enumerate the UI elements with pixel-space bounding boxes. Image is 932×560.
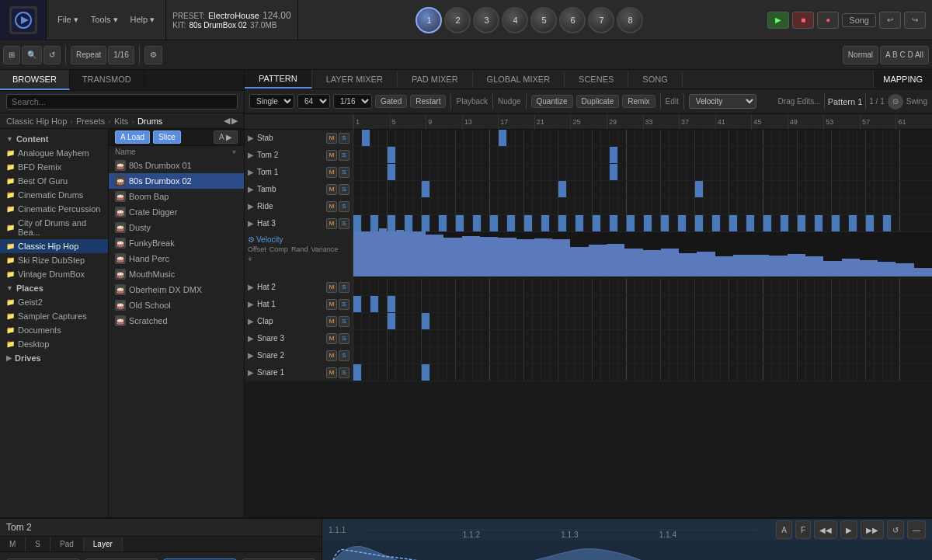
seq-cell-11-2[interactable] (370, 364, 379, 381)
seq-cell-11-63[interactable] (892, 364, 900, 381)
seq-cell-0-53[interactable] (806, 130, 815, 146)
seq-cell-0-31[interactable] (618, 130, 627, 146)
seq-cell-10-54[interactable] (815, 347, 823, 363)
seq-cell-6-15[interactable] (482, 279, 490, 295)
seq-cell-3-54[interactable] (815, 181, 823, 197)
seq-cell-11-3[interactable] (379, 364, 388, 381)
seq-cell-11-10[interactable] (439, 364, 447, 381)
seq-cell-3-55[interactable] (823, 181, 832, 197)
vel-add[interactable]: + (248, 255, 350, 263)
slice-btn[interactable]: Slice (153, 130, 181, 144)
seq-cell-5-59[interactable] (857, 215, 866, 231)
seq-cell-10-37[interactable] (669, 347, 678, 363)
seq-cell-0-15[interactable] (482, 130, 490, 146)
seq-cell-3-29[interactable] (601, 181, 610, 197)
seq-cell-0-43[interactable] (721, 130, 729, 146)
seq-cell-4-43[interactable] (721, 198, 729, 214)
seq-cell-3-28[interactable] (593, 181, 601, 197)
seq-cell-11-1[interactable] (362, 364, 370, 381)
seq-cell-4-8[interactable] (422, 198, 430, 214)
seq-cell-8-49[interactable] (772, 313, 781, 329)
seq-cell-5-56[interactable] (832, 215, 840, 231)
seq-cell-10-43[interactable] (721, 347, 729, 363)
seq-cell-7-47[interactable] (755, 296, 763, 312)
seq-cell-0-63[interactable] (892, 130, 900, 146)
seq-cell-0-35[interactable] (652, 130, 661, 146)
seq-cell-0-30[interactable] (610, 130, 618, 146)
seq-cell-6-12[interactable] (456, 279, 464, 295)
seq-cell-9-24[interactable] (558, 330, 567, 346)
seq-cell-1-63[interactable] (892, 147, 900, 163)
seq-cell-5-13[interactable] (464, 215, 473, 231)
seq-cell-10-30[interactable] (610, 347, 618, 363)
vel-bar-22[interactable] (751, 255, 769, 277)
seq-cell-8-28[interactable] (593, 313, 601, 329)
seq-cell-1-54[interactable] (815, 147, 823, 163)
seq-cell-2-24[interactable] (558, 164, 567, 180)
seq-cell-5-57[interactable] (840, 215, 849, 231)
length-select[interactable]: 1/16 1/8 1/4 (333, 94, 372, 109)
seq-cell-0-50[interactable] (781, 130, 789, 146)
track-s-5[interactable]: S (339, 218, 350, 229)
track-s-7[interactable]: S (339, 299, 350, 310)
seq-cell-4-27[interactable] (584, 198, 593, 214)
vel-bar-8[interactable] (498, 238, 516, 277)
seq-cell-7-12[interactable] (456, 296, 464, 312)
seq-cell-8-21[interactable] (533, 313, 541, 329)
seq-cell-3-23[interactable] (550, 181, 558, 197)
seq-cell-5-54[interactable] (815, 215, 823, 231)
seq-cell-4-25[interactable] (567, 198, 576, 214)
seq-cell-10-24[interactable] (558, 347, 567, 363)
seq-cell-11-52[interactable] (798, 364, 806, 381)
seq-cell-10-4[interactable] (388, 347, 396, 363)
seq-cell-11-7[interactable] (413, 364, 422, 381)
seq-cell-6-57[interactable] (840, 279, 849, 295)
seq-cell-11-8[interactable] (422, 364, 430, 381)
vel-bar-4[interactable] (426, 235, 443, 277)
seq-cell-6-21[interactable] (533, 279, 541, 295)
seq-cell-2-51[interactable] (789, 164, 798, 180)
seq-cell-3-15[interactable] (482, 181, 490, 197)
seq-cell-7-52[interactable] (798, 296, 806, 312)
seq-cell-2-14[interactable] (473, 164, 482, 180)
seq-cell-5-21[interactable] (533, 215, 541, 231)
seq-cell-9-61[interactable] (875, 330, 883, 346)
seq-cell-3-7[interactable] (413, 181, 422, 197)
seq-cell-2-34[interactable] (644, 164, 652, 180)
seq-cell-11-6[interactable] (405, 364, 413, 381)
vel-bar-10[interactable] (534, 238, 552, 277)
seq-cell-2-39[interactable] (687, 164, 695, 180)
seq-cell-2-21[interactable] (533, 164, 541, 180)
seq-cell-7-15[interactable] (482, 296, 490, 312)
seq-cell-9-50[interactable] (781, 330, 789, 346)
seq-cell-0-51[interactable] (789, 130, 798, 146)
menu-file[interactable]: File ▾ (53, 13, 83, 26)
seq-cell-11-54[interactable] (815, 364, 823, 381)
track-s-3[interactable]: S (339, 184, 350, 195)
track-expand-8[interactable]: ▶ (248, 317, 254, 325)
seq-cell-11-47[interactable] (755, 364, 763, 381)
seq-cell-7-37[interactable] (669, 296, 678, 312)
seq-cell-6-16[interactable] (490, 279, 499, 295)
seq-cell-1-59[interactable] (857, 147, 866, 163)
seq-cell-9-18[interactable] (507, 330, 516, 346)
seq-cell-10-31[interactable] (618, 347, 627, 363)
track-expand-5[interactable]: ▶ (248, 219, 254, 228)
seq-cell-11-43[interactable] (721, 364, 729, 381)
seq-cell-11-45[interactable] (738, 364, 746, 381)
seq-cell-0-60[interactable] (866, 130, 875, 146)
seq-cell-6-41[interactable] (704, 279, 712, 295)
seq-cell-7-51[interactable] (789, 296, 798, 312)
seq-cell-9-5[interactable] (396, 330, 405, 346)
seq-cell-2-57[interactable] (840, 164, 849, 180)
track-expand-9[interactable]: ▶ (248, 334, 254, 343)
pad-3[interactable]: 3 (473, 7, 499, 33)
seq-cell-2-63[interactable] (892, 164, 900, 180)
seq-cell-8-61[interactable] (875, 313, 883, 329)
seq-cell-10-21[interactable] (533, 347, 541, 363)
seq-cell-0-19[interactable] (516, 130, 524, 146)
seq-cell-9-39[interactable] (687, 330, 695, 346)
seq-cell-9-58[interactable] (849, 330, 857, 346)
seq-cell-9-59[interactable] (857, 330, 866, 346)
seq-cell-8-29[interactable] (601, 313, 610, 329)
